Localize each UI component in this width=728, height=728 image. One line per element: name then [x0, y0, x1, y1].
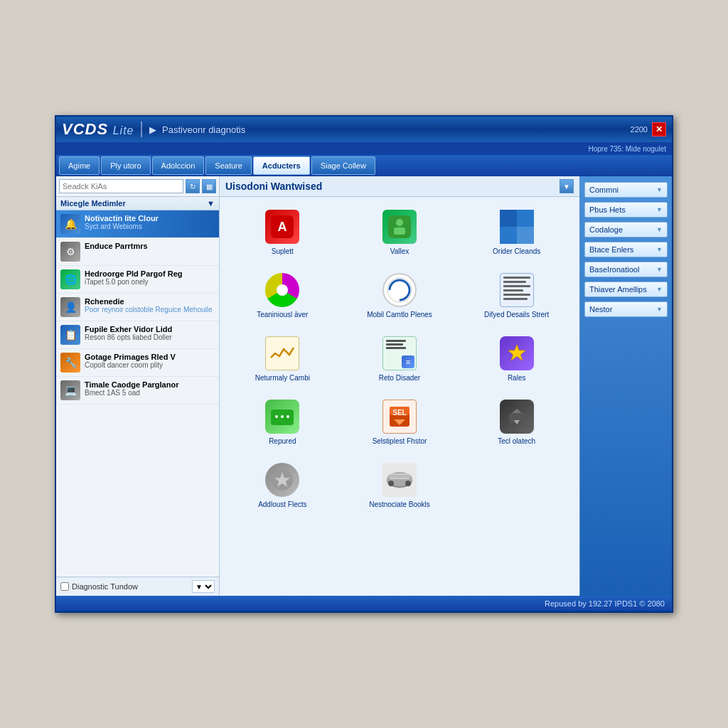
app-icon-difyed — [500, 273, 534, 307]
sidebar-select[interactable]: ▼ — [192, 580, 215, 593]
right-btn-commni[interactable]: Commni ▼ — [584, 182, 668, 198]
app-teclolatech[interactable]: Tecl olatech — [461, 394, 572, 451]
sidebar-icon-2: 🌐 — [60, 269, 80, 289]
sidebar-item-1[interactable]: ⚙ Enduce Parrtmrs — [56, 238, 219, 266]
app-mobilcamtlo[interactable]: Mobil Camtlo Plenes — [344, 267, 456, 325]
app-label-suplett: Suplett — [272, 247, 294, 256]
sidebar-item-sub-2: iTapet 5.0 pon onely — [85, 278, 183, 286]
search-filter-button[interactable]: ▦ — [202, 179, 216, 193]
close-button[interactable]: ✕ — [652, 122, 666, 136]
svg-point-3 — [396, 219, 403, 226]
app-icon-suplett: A — [265, 210, 299, 244]
sidebar-item-2[interactable]: 🌐 Hedroorge Pld Pargof Reg iTapet 5.0 po… — [56, 266, 219, 294]
center-dropdown-button[interactable]: ▼ — [560, 179, 574, 193]
tab-agime[interactable]: Agime — [59, 156, 100, 175]
sidebar-item-4[interactable]: 📋 Fupile Exher Vidor Lidd Reson 86 opts … — [56, 321, 219, 349]
sidebar-item-3[interactable]: 👤 Rchenedie Poor reynoir colstoble Regui… — [56, 294, 219, 321]
app-label-addloust: Addloust Flects — [258, 500, 306, 509]
search-input[interactable] — [59, 179, 183, 193]
svg-rect-7 — [500, 227, 517, 244]
right-btn-codaloge[interactable]: Codaloge ▼ — [584, 222, 668, 237]
app-suplett[interactable]: A Suplett — [227, 204, 338, 262]
right-panel: Commni ▼ Pbus Hets ▼ Codaloge ▼ Btace En… — [579, 176, 672, 596]
sidebar-item-text-4: Fupile Exher Vidor Lidd Reson 86 opts li… — [85, 325, 172, 341]
app-rales[interactable]: Rales — [461, 331, 572, 388]
sidebar-item-6[interactable]: 💻 Timale Caodge Parglanor Bmect 1AS 5 oa… — [56, 377, 219, 405]
app-logo: VCDS Lite — [62, 120, 134, 139]
right-btn-nestor[interactable]: Nestor ▼ — [584, 301, 668, 317]
sidebar-item-text-2: Hedroorge Pld Pargof Reg iTapet 5.0 pon … — [85, 269, 183, 286]
svg-rect-5 — [500, 210, 517, 227]
app-nestnociate[interactable]: Nestnociate Bookls — [344, 457, 456, 515]
search-refresh-button[interactable]: ↻ — [186, 179, 200, 193]
sidebar-item-5[interactable]: 🔧 Gotage Primages Rled V Copolt dancer c… — [56, 349, 219, 377]
diagnostic-checkbox[interactable] — [60, 582, 69, 591]
svg-rect-4 — [394, 228, 405, 235]
svg-point-28 — [388, 481, 394, 486]
sidebar-item-sub-6: Bmect 1AS 5 oad — [85, 389, 178, 397]
app-icon-mobilcamtlo — [382, 273, 417, 307]
svg-marker-21 — [512, 409, 522, 413]
svg-point-29 — [405, 481, 411, 486]
build-info-text: Hopre 735: Mide nogulet — [588, 145, 666, 153]
svg-rect-6 — [517, 210, 534, 227]
sidebar-icon-0: 🔔 — [60, 214, 80, 234]
app-label-ordercleands: Orider Cleands — [493, 247, 540, 256]
lite-label: Lite — [113, 124, 134, 136]
sidebar-item-0[interactable]: 🔔 Notivactin lite Clour Syct ard Webioms — [56, 210, 219, 238]
app-repured[interactable]: Repured — [227, 394, 338, 451]
right-btn-baseironatiool[interactable]: BaseIronatiool ▼ — [584, 262, 668, 277]
app-difyed[interactable]: Difyed Desails Strert — [461, 267, 572, 325]
svg-rect-8 — [517, 227, 534, 244]
app-icon-nestnociate — [382, 463, 417, 497]
app-retodisader[interactable]: ≡ Reto Disader — [344, 331, 456, 388]
svg-text:A: A — [278, 220, 287, 234]
sidebar-item-text-5: Gotage Primages Rled V Copolt dancer coo… — [85, 353, 176, 369]
sidebar-icon-6: 💻 — [60, 380, 80, 400]
app-ordercleands[interactable]: Orider Cleands — [461, 204, 572, 262]
sidebar-category: Micegle Medimler ▼ — [56, 197, 219, 210]
sidebar-item-title-0: Notivactin lite Clour — [85, 214, 159, 223]
sidebar-item-text-3: Rchenedie Poor reynoir colstoble Reguice… — [85, 297, 213, 314]
search-bar: ↻ ▦ — [56, 176, 219, 197]
app-icon-ordercleands — [500, 210, 534, 244]
tab-plyutoro[interactable]: Ply utoro — [101, 156, 150, 175]
status-text: Repused by 192.27 IPDS1 © 2080 — [545, 599, 665, 608]
svg-point-15 — [287, 415, 289, 418]
title-bar: VCDS Lite ▶ Pastiveonr diagnotis 2200 ✕ — [56, 117, 672, 142]
svg-rect-2 — [388, 215, 411, 238]
tab-seature[interactable]: Seature — [205, 156, 252, 175]
diagnostic-label: Diagnostic Tundow — [72, 582, 138, 591]
tab-acducters[interactable]: Acducters — [253, 156, 310, 175]
sidebar-footer: Diagnostic Tundow ▼ — [56, 577, 219, 596]
app-teaninious[interactable]: Teaniniousl äver — [227, 267, 338, 325]
app-icon-repured — [265, 400, 299, 434]
right-btn-btaceenlers[interactable]: Btace Enlers ▼ — [584, 242, 668, 257]
right-btn-thiaver[interactable]: Thiaver Amellips ▼ — [584, 282, 668, 297]
sidebar-item-title-5: Gotage Primages Rled V — [85, 353, 176, 361]
app-window: VCDS Lite ▶ Pastiveonr diagnotis 2200 ✕ … — [55, 115, 673, 613]
app-neturmaly[interactable]: Neturmaly Cambi — [227, 331, 338, 388]
app-icon-teclolatech — [500, 400, 534, 434]
vcds-label: VCDS — [62, 120, 108, 138]
tab-siagecollew[interactable]: Siage Collew — [311, 156, 375, 175]
app-label-mobilcamtlo: Mobil Camtlo Plenes — [367, 310, 432, 319]
right-btn-pbushets[interactable]: Pbus Hets ▼ — [584, 202, 668, 218]
sidebar-item-sub-5: Copolt dancer coom plity — [85, 361, 176, 369]
sidebar-item-text-0: Notivactin lite Clour Syct ard Webioms — [85, 214, 159, 230]
app-vallex[interactable]: Vallex — [344, 204, 456, 262]
toolbar: Agime Ply utoro Adolccion Seature Acduct… — [56, 155, 672, 176]
sidebar-item-title-4: Fupile Exher Vidor Lidd — [85, 325, 172, 333]
title-bar-left: VCDS Lite ▶ Pastiveonr diagnotis — [62, 120, 245, 139]
sidebar: ↻ ▦ Micegle Medimler ▼ 🔔 Notivactin lite… — [56, 176, 220, 596]
app-selstiplest[interactable]: SEL Selstiplest Fhstor — [344, 394, 456, 451]
sidebar-item-title-2: Hedroorge Pld Pargof Reg — [85, 269, 183, 278]
app-label-neturmaly: Neturmaly Cambi — [255, 373, 310, 382]
sidebar-item-title-1: Enduce Parrtmrs — [85, 242, 148, 250]
sidebar-item-text-1: Enduce Parrtmrs — [85, 242, 148, 250]
sidebar-item-text-6: Timale Caodge Parglanor Bmect 1AS 5 oad — [85, 380, 178, 397]
tab-adolccion[interactable]: Adolccion — [152, 156, 205, 175]
sidebar-item-sub-0: Syct ard Webioms — [85, 223, 159, 230]
main-content: ↻ ▦ Micegle Medimler ▼ 🔔 Notivactin lite… — [56, 176, 672, 596]
app-addloust[interactable]: Addloust Flects — [227, 457, 338, 515]
